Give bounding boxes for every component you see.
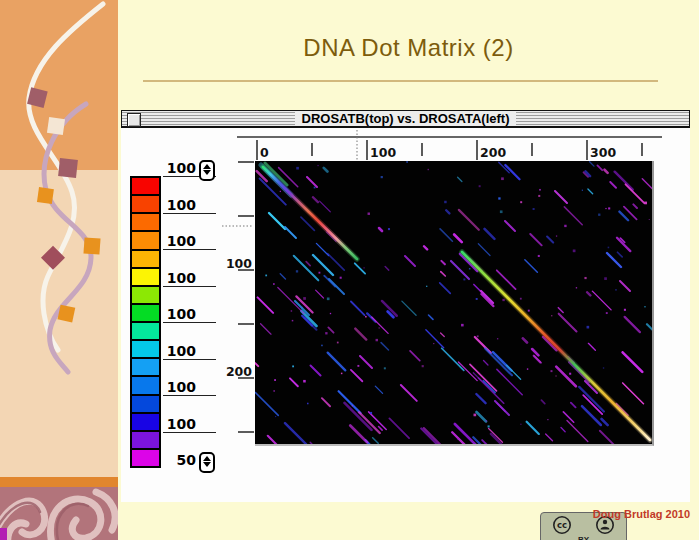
stepper-down-icon[interactable] — [203, 170, 211, 175]
legend-divider-line — [163, 395, 216, 396]
svg-text:cc: cc — [557, 520, 567, 530]
legend-value-label: 100 — [130, 380, 196, 395]
legend-divider-line — [163, 286, 216, 287]
legend-value-label: 100 — [130, 271, 196, 286]
legend-value-label: 100 — [130, 417, 196, 432]
legend-value-label: 50 — [130, 453, 196, 468]
legend-color-block — [132, 357, 159, 375]
paisley-pattern — [0, 487, 118, 540]
legend-color-block — [132, 321, 159, 339]
window-titlebar[interactable]: DROSATB(top) vs. DROSATA(left) — [121, 110, 690, 128]
sidebar-orange-strip — [0, 477, 118, 487]
legend-color-block — [132, 430, 159, 448]
stepper-up-icon[interactable] — [203, 164, 211, 169]
legend-color-block — [132, 285, 159, 303]
legend-divider-line — [163, 213, 216, 214]
legend-divider-line — [163, 432, 216, 433]
legend-top-stepper[interactable] — [199, 160, 215, 181]
stepper-down-icon[interactable] — [203, 462, 211, 467]
legend-value-label: 100 — [130, 344, 196, 359]
legend-color-block — [132, 249, 159, 267]
legend-value-label: 100 — [130, 198, 196, 213]
legend-value-label: 100 — [130, 307, 196, 322]
legend-value-label: 100 — [130, 161, 196, 176]
cc-by-label: BY — [541, 535, 626, 540]
legend-value-label: 100 — [130, 234, 196, 249]
sidebar-mid-band — [0, 170, 118, 477]
page-title: DNA Dot Matrix (2) — [118, 34, 699, 62]
window-title: DROSATB(top) vs. DROSATA(left) — [295, 111, 517, 126]
legend-divider-line — [163, 322, 216, 323]
stepper-up-icon[interactable] — [203, 456, 211, 461]
legend-color-block — [132, 178, 159, 194]
slide: DNA Dot Matrix (2) DROSATB(top) vs. DROS… — [0, 0, 699, 540]
cc-icon: cc — [549, 515, 575, 535]
legend-divider-line — [163, 359, 216, 360]
alignment-diagonal — [462, 252, 650, 440]
sidebar-top-band — [0, 0, 118, 170]
credit-text: Doug Brutlag 2010 — [593, 508, 690, 520]
sidebar-decoration — [0, 0, 118, 540]
title-underline — [143, 80, 658, 82]
match-streaks — [255, 161, 652, 444]
legend-bottom-stepper[interactable] — [199, 452, 215, 473]
legend-color-block — [132, 394, 159, 412]
legend-divider-line — [163, 249, 216, 250]
dot-matrix-plot[interactable] — [255, 161, 654, 446]
corner-accent — [0, 528, 7, 540]
legend-color-block — [132, 212, 159, 230]
score-legend: 10010010010010010010010050 — [130, 160, 222, 490]
dna-helix-graphic — [0, 0, 118, 540]
close-box-icon[interactable] — [127, 113, 141, 127]
